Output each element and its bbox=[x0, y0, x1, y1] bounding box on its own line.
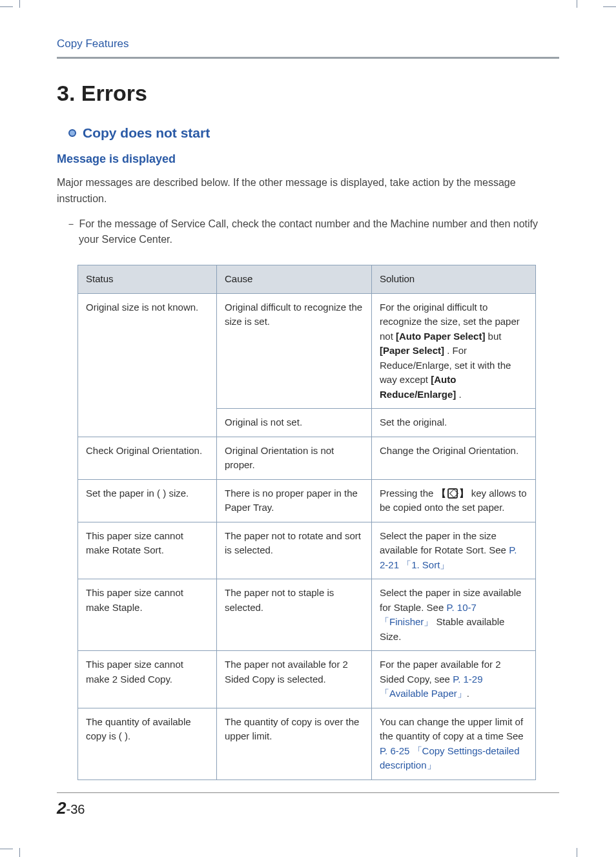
cell-solution: For the original difficult to recognize … bbox=[372, 293, 536, 409]
text: You can change the upper limit of the qu… bbox=[380, 716, 524, 742]
cell-status: Set the paper in ( ) size. bbox=[78, 479, 217, 522]
ui-label: [Auto Paper Select] bbox=[396, 331, 485, 342]
section-heading: Copy does not start bbox=[68, 125, 559, 141]
cell-status: This paper size cannot make Rotate Sort. bbox=[78, 522, 217, 579]
table-row: Original size is not known. Original dif… bbox=[78, 293, 536, 409]
page-chapter: 2 bbox=[57, 798, 66, 818]
text: Select the paper in the size available f… bbox=[380, 530, 509, 556]
ui-label: [Paper Select] bbox=[380, 345, 444, 356]
cell-cause: There is no proper paper in the Paper Tr… bbox=[217, 479, 372, 522]
page-footer: 2-36 bbox=[57, 792, 559, 818]
cell-cause: The paper not to staple is selected. bbox=[217, 579, 372, 651]
cell-status: This paper size cannot make Staple. bbox=[78, 579, 217, 651]
start-key-icon bbox=[447, 488, 458, 499]
chapter-number: 3 bbox=[57, 81, 69, 105]
col-header-status: Status bbox=[78, 265, 217, 294]
cell-status: The quantity of available copy is ( ). bbox=[78, 708, 217, 780]
chapter-dot: . bbox=[69, 81, 81, 105]
error-table: Status Cause Solution Original size is n… bbox=[77, 265, 536, 780]
key-bracket: 】 bbox=[459, 488, 469, 499]
cell-solution: For the paper available for 2 Sided Copy… bbox=[372, 651, 536, 708]
cell-solution: Select the paper in size available for S… bbox=[372, 579, 536, 651]
cell-solution: Change the Original Orientation. bbox=[372, 437, 536, 479]
header-rule bbox=[57, 57, 559, 59]
cell-cause: The paper not to rotate and sort is sele… bbox=[217, 522, 372, 579]
cell-solution: Set the original. bbox=[372, 409, 536, 437]
table-row: This paper size cannot make 2 Sided Copy… bbox=[78, 651, 536, 708]
cell-solution: You can change the upper limit of the qu… bbox=[372, 708, 536, 780]
section-title: Copy does not start bbox=[83, 125, 210, 141]
table-row: Check Original Orientation. Original Ori… bbox=[78, 437, 536, 479]
chapter-heading: 3. Errors bbox=[57, 81, 559, 106]
cell-cause: Original is not set. bbox=[217, 409, 372, 437]
cell-status: Original size is not known. bbox=[78, 293, 217, 437]
table-row: This paper size cannot make Rotate Sort.… bbox=[78, 522, 536, 579]
cell-cause: The paper not available for 2 Sided Copy… bbox=[217, 651, 372, 708]
cell-cause: Original difficult to recognize the size… bbox=[217, 293, 372, 409]
table-header-row: Status Cause Solution bbox=[78, 265, 536, 294]
cell-status: This paper size cannot make 2 Sided Copy… bbox=[78, 651, 217, 708]
text: . bbox=[467, 688, 469, 699]
text: . bbox=[459, 389, 462, 400]
col-header-solution: Solution bbox=[372, 265, 536, 294]
table-row: The quantity of available copy is ( ). T… bbox=[78, 708, 536, 780]
table-row: This paper size cannot make Staple. The … bbox=[78, 579, 536, 651]
table-row: Set the paper in ( ) size. There is no p… bbox=[78, 479, 536, 522]
text: Pressing the bbox=[380, 488, 436, 499]
page-reference-link[interactable]: P. 6-25 「Copy Settings-detailed descript… bbox=[380, 745, 520, 771]
cell-solution: Pressing the 【】 key allows to be copied … bbox=[372, 479, 536, 522]
cell-cause: Original Orientation is not proper. bbox=[217, 437, 372, 479]
footer-rule bbox=[57, 792, 559, 793]
key-bracket: 【 bbox=[436, 488, 446, 499]
intro-paragraph: Major messages are described below. If t… bbox=[57, 175, 559, 207]
cell-status: Check Original Orientation. bbox=[78, 437, 217, 479]
col-header-cause: Cause bbox=[217, 265, 372, 294]
text: but bbox=[488, 331, 502, 342]
subsection-heading: Message is displayed bbox=[57, 152, 559, 166]
cell-solution: Select the paper in the size available f… bbox=[372, 522, 536, 579]
cell-cause: The quantity of copy is over the upper l… bbox=[217, 708, 372, 780]
note-item: － For the message of Service Call, check… bbox=[61, 216, 559, 249]
running-header: Copy Features bbox=[57, 37, 559, 57]
chapter-title: Errors bbox=[81, 81, 147, 105]
page-suffix: -36 bbox=[66, 802, 85, 816]
page-number: 2-36 bbox=[57, 798, 559, 818]
bullet-icon bbox=[68, 129, 76, 137]
